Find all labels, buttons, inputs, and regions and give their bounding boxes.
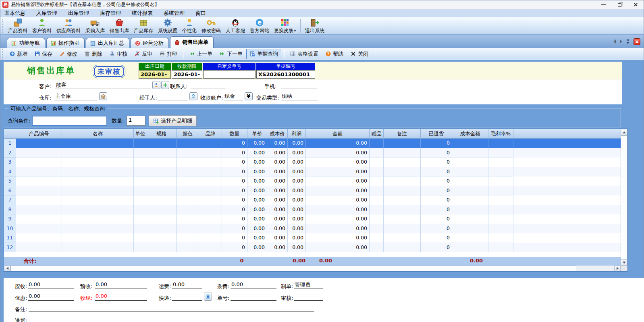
grid-cell[interactable]	[62, 177, 134, 186]
grid-cell[interactable]: 0	[222, 177, 247, 186]
delivery-field[interactable]	[29, 316, 314, 322]
toolbar-button-个性化[interactable]: 个性化	[180, 17, 199, 34]
currency-button[interactable]: ¥	[245, 92, 253, 100]
grid-cell[interactable]	[488, 186, 513, 196]
column-header-单位[interactable]: 单位	[134, 129, 147, 139]
row-number[interactable]: 6	[4, 186, 16, 196]
mobile-field[interactable]	[281, 81, 317, 89]
grid-cell[interactable]	[134, 195, 147, 205]
grid-cell[interactable]	[199, 233, 222, 243]
grid-cell[interactable]	[384, 139, 421, 148]
grid-cell[interactable]: 0.00	[288, 214, 306, 224]
toolbar-button-人工客服[interactable]: 人工客服	[223, 17, 247, 34]
grid-cell[interactable]	[62, 148, 134, 158]
customer-add-button[interactable]	[161, 81, 169, 89]
grid-cell[interactable]	[452, 167, 488, 177]
grid-cell[interactable]: 0	[421, 195, 452, 205]
grid-cell[interactable]: 0	[222, 167, 247, 177]
grid-cell[interactable]	[488, 224, 513, 234]
grid-cell[interactable]	[62, 195, 134, 205]
grid-cell[interactable]	[384, 214, 421, 224]
grid-cell[interactable]: 0.00	[306, 148, 370, 158]
grid-cell[interactable]	[62, 186, 134, 196]
grid-cell[interactable]: 0.00	[288, 195, 306, 205]
header-field-value[interactable]: XS202601300001	[256, 70, 315, 79]
row-number[interactable]: 5	[4, 177, 16, 186]
table-row[interactable]: 700.000.000.000.000	[4, 195, 621, 205]
minimize-button[interactable]	[595, 0, 611, 9]
tab-功能导航[interactable]: 功能导航	[7, 38, 45, 48]
grid-cell[interactable]	[452, 139, 488, 148]
warehouse-pick-button[interactable]	[99, 92, 107, 100]
column-header-已退货[interactable]: 已退货	[421, 129, 452, 139]
grid-cell[interactable]: 0.00	[267, 158, 288, 167]
scroll-right-icon[interactable]	[614, 266, 621, 271]
grid-cell[interactable]	[488, 233, 513, 243]
doc-toolbar-button-下一单[interactable]: 下一单	[216, 49, 246, 59]
query-condition-input[interactable]	[32, 116, 107, 126]
column-header-名称[interactable]: 名称	[62, 129, 134, 139]
menu-item-系统管理[interactable]: 系统管理	[164, 10, 185, 17]
grid-cell[interactable]	[199, 148, 222, 158]
grid-cell[interactable]	[384, 167, 421, 177]
grid-cell[interactable]	[452, 233, 488, 243]
grid-cell[interactable]: 0	[421, 158, 452, 167]
grid-cell[interactable]: 0.00	[247, 139, 267, 148]
grid-cell[interactable]: 0	[222, 243, 247, 253]
grid-cell[interactable]: 0	[421, 233, 452, 243]
grid-cell[interactable]	[488, 167, 513, 177]
grid-cell[interactable]	[147, 243, 177, 253]
column-header-单价[interactable]: 单价	[247, 129, 267, 139]
tab-overflow-icon[interactable]: »▼	[626, 38, 629, 45]
grid-cell[interactable]: 0	[222, 195, 247, 205]
grid-cell[interactable]: 0	[421, 214, 452, 224]
doc-toolbar-button-反审[interactable]: 反审	[131, 49, 156, 59]
grid-cell[interactable]: 0.00	[267, 233, 288, 243]
grid-cell[interactable]	[177, 205, 199, 215]
grid-cell[interactable]	[370, 139, 384, 148]
row-number[interactable]: 12	[4, 243, 16, 253]
row-number[interactable]: 9	[4, 214, 16, 224]
doc-toolbar-button-单据查询[interactable]: 单据查询	[246, 49, 281, 59]
grid-cell[interactable]: 0.00	[288, 224, 306, 234]
tab-经营分析[interactable]: 经营分析	[131, 38, 169, 48]
column-header-赠品[interactable]: 赠品	[370, 129, 384, 139]
grid-cell[interactable]	[370, 243, 384, 253]
contact-field[interactable]	[191, 81, 226, 89]
grid-cell[interactable]	[384, 195, 421, 205]
table-row[interactable]: 1200.000.000.000.000	[4, 243, 621, 253]
column-header-成本金额[interactable]: 成本金额	[452, 129, 488, 139]
row-number[interactable]: 2	[4, 148, 16, 158]
grid-cell[interactable]: 0.00	[267, 205, 288, 215]
doc-toolbar-button-帮助[interactable]: ?帮助	[322, 49, 347, 59]
grid-cell[interactable]	[199, 214, 222, 224]
grid-cell[interactable]	[147, 167, 177, 177]
trade-type-field[interactable]: 现结	[281, 93, 318, 100]
grid-cell[interactable]	[452, 243, 488, 253]
handler-field[interactable]	[157, 93, 188, 100]
grid-cell[interactable]: 0	[421, 186, 452, 196]
scroll-down-icon[interactable]	[621, 259, 627, 266]
grid-cell[interactable]	[384, 158, 421, 167]
column-header-成本价[interactable]: 成本价	[267, 129, 288, 139]
grid-cell[interactable]	[370, 214, 384, 224]
grid-cell[interactable]: 0	[421, 139, 452, 148]
grid-cell[interactable]	[452, 195, 488, 205]
grid-cell[interactable]: 0.00	[247, 158, 267, 167]
dropdown-arrow-icon[interactable]: ▾	[294, 29, 296, 33]
column-header-备注[interactable]: 备注	[384, 129, 421, 139]
grid-cell[interactable]: 0.00	[267, 148, 288, 158]
menu-item-出库管理[interactable]: 出库管理	[68, 10, 89, 17]
grid-cell[interactable]: 0.00	[306, 214, 370, 224]
toolbar-button-更换皮肤[interactable]: 更换皮肤▾	[272, 17, 298, 34]
grid-cell[interactable]	[452, 205, 488, 215]
row-number[interactable]: 4	[4, 167, 16, 177]
doc-toolbar-button-修改[interactable]: 修改	[56, 49, 81, 59]
table-row[interactable]: 1100.000.000.000.000	[4, 233, 621, 243]
grid-cell[interactable]	[177, 214, 199, 224]
grid-cell[interactable]	[134, 214, 147, 224]
grid-cell[interactable]: 0.00	[247, 195, 267, 205]
row-number[interactable]: 10	[4, 224, 16, 234]
grid-cell[interactable]	[370, 148, 384, 158]
grid-cell[interactable]: 0	[421, 148, 452, 158]
